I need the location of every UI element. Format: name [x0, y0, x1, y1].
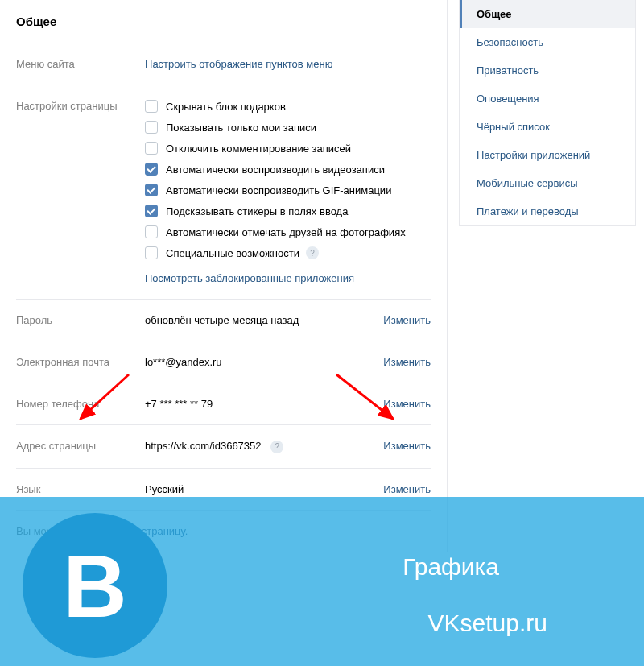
value-phone: +7 *** *** ** 79 — [145, 398, 366, 410]
label-email: Электронная почта — [16, 356, 145, 368]
checkbox-item[interactable]: Автоматически воспроизводить видеозаписи — [145, 163, 431, 176]
checkbox-checked-icon[interactable] — [145, 163, 158, 176]
row-site-menu: Меню сайта Настроить отображение пунктов… — [16, 43, 447, 85]
overlay-text-grafika: Графика — [402, 553, 499, 581]
row-phone: Номер телефона +7 *** *** ** 79 Изменить — [16, 383, 447, 424]
page-title: Общее — [16, 0, 447, 43]
label-address: Адрес страницы — [16, 440, 145, 452]
sidebar-item[interactable]: Мобильные сервисы — [460, 169, 635, 197]
checkbox-checked-icon[interactable] — [145, 184, 158, 196]
main-panel: Общее Меню сайта Настроить отображение п… — [0, 0, 448, 552]
configure-menu-link[interactable]: Настроить отображение пунктов меню — [145, 58, 332, 70]
checkbox-item[interactable]: Автоматически воспроизводить GIF-анимаци… — [145, 184, 431, 196]
checkbox-label: Автоматически воспроизводить GIF-анимаци… — [166, 184, 391, 196]
checkbox-label: Показывать только мои записи — [166, 122, 316, 134]
sidebar-item[interactable]: Оповещения — [460, 85, 635, 113]
row-delete: Вы можете удалить свою страницу. — [16, 511, 447, 552]
checkbox-label: Автоматически воспроизводить видеозаписи — [166, 163, 385, 176]
checkbox-item[interactable]: Специальные возможности? — [145, 246, 431, 259]
sidebar-item[interactable]: Платежи и переводы — [460, 197, 635, 225]
value-address: https://vk.com/id3667352 — [145, 440, 262, 452]
value-email: lo***@yandex.ru — [145, 356, 366, 368]
change-password-link[interactable]: Изменить — [383, 314, 431, 326]
help-icon[interactable]: ? — [270, 441, 283, 453]
checkbox-checked-icon[interactable] — [145, 205, 158, 217]
checkbox-label: Подсказывать стикеры в полях ввода — [166, 205, 348, 217]
checkbox-item[interactable]: Скрывать блок подарков — [145, 100, 431, 113]
checkbox-unchecked-icon[interactable] — [145, 142, 158, 155]
sidebar-item[interactable]: Общее — [460, 0, 635, 28]
row-page-settings: Настройки страницы Скрывать блок подарко… — [16, 85, 447, 299]
checkbox-unchecked-icon[interactable] — [145, 100, 158, 113]
checkbox-unchecked-icon[interactable] — [145, 225, 158, 238]
row-language: Язык Русский Изменить — [16, 469, 447, 510]
value-language: Русский — [145, 483, 366, 495]
checkbox-item[interactable]: Отключить комментирование записей — [145, 142, 431, 155]
checkbox-label: Специальные возможности — [166, 247, 299, 259]
change-email-link[interactable]: Изменить — [383, 356, 431, 368]
overlay-text-vksetup: VKsetup.ru — [428, 610, 547, 637]
change-address-link[interactable]: Изменить — [383, 440, 431, 452]
delete-page-link[interactable]: удалить свою страницу. — [72, 525, 188, 537]
checkbox-item[interactable]: Показывать только мои записи — [145, 121, 431, 134]
row-password: Пароль обновлён четыре месяца назад Изме… — [16, 300, 447, 341]
row-address: Адрес страницы https://vk.com/id3667352 … — [16, 425, 447, 468]
checkbox-item[interactable]: Автоматически отмечать друзей на фотогра… — [145, 225, 431, 238]
row-email: Электронная почта lo***@yandex.ru Измени… — [16, 341, 447, 383]
value-password: обновлён четыре месяца назад — [145, 314, 366, 326]
sidebar-item[interactable]: Настройки приложений — [460, 141, 635, 169]
checkbox-unchecked-icon[interactable] — [145, 246, 158, 259]
settings-sidebar: ОбщееБезопасностьПриватностьОповещенияЧё… — [459, 0, 636, 226]
sidebar-item[interactable]: Чёрный список — [460, 113, 635, 141]
label-phone: Номер телефона — [16, 398, 145, 410]
checkbox-unchecked-icon[interactable] — [145, 121, 158, 134]
delete-prefix: Вы можете — [16, 525, 72, 537]
change-language-link[interactable]: Изменить — [383, 483, 431, 495]
label-page-settings: Настройки страницы — [16, 100, 145, 112]
label-language: Язык — [16, 483, 145, 495]
sidebar-item[interactable]: Приватность — [460, 56, 635, 85]
blocked-apps-link[interactable]: Посмотреть заблокированные приложения — [145, 272, 354, 284]
label-password: Пароль — [16, 314, 145, 326]
label-site-menu: Меню сайта — [16, 58, 145, 70]
change-phone-link[interactable]: Изменить — [383, 398, 431, 410]
checkbox-item[interactable]: Подсказывать стикеры в полях ввода — [145, 205, 431, 217]
help-icon[interactable]: ? — [306, 246, 319, 259]
checkbox-label: Автоматически отмечать друзей на фотогра… — [166, 226, 406, 238]
checkbox-label: Отключить комментирование записей — [166, 143, 351, 155]
checkbox-label: Скрывать блок подарков — [166, 101, 286, 113]
sidebar-item[interactable]: Безопасность — [460, 28, 635, 56]
